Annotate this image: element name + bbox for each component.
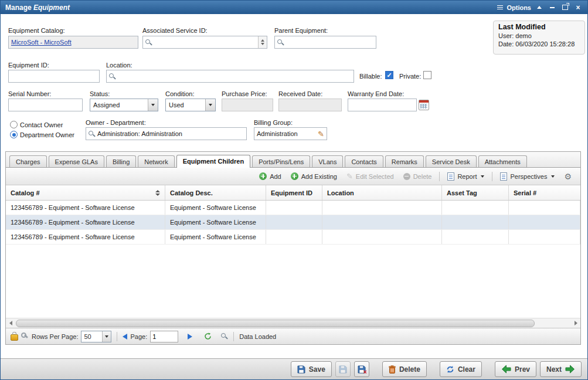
- clear-button[interactable]: Clear: [440, 361, 482, 377]
- page-title: Manage Equipment: [5, 4, 70, 12]
- department-owner-label: Department Owner: [20, 131, 74, 138]
- tab-remarks[interactable]: Remarks: [385, 155, 424, 167]
- chevron-down-icon: [148, 99, 158, 111]
- refresh-button[interactable]: [204, 333, 212, 340]
- column-header-serial[interactable]: Serial #: [509, 185, 580, 200]
- purchase-price-label: Purchase Price:: [222, 90, 267, 97]
- column-header-catalog-desc[interactable]: Catalog Desc.: [165, 185, 266, 200]
- received-date-field: [278, 99, 342, 111]
- edit-pencil-icon: ✎: [346, 172, 353, 180]
- tab-vlans[interactable]: VLans: [312, 155, 343, 167]
- warranty-end-date-input[interactable]: [351, 101, 414, 108]
- tab-contacts[interactable]: Contacts: [345, 155, 383, 167]
- condition-select[interactable]: Used: [165, 99, 216, 111]
- location-input[interactable]: [118, 73, 351, 80]
- edit-selected-button[interactable]: ✎ Edit Selected: [342, 171, 398, 182]
- save-and-new-button[interactable]: [335, 361, 351, 377]
- associated-service-id-field[interactable]: [142, 36, 267, 49]
- rows-per-page-select[interactable]: 50: [81, 331, 111, 342]
- parent-equipment-input[interactable]: [286, 39, 373, 46]
- clear-refresh-icon: [446, 365, 454, 374]
- equipment-id-field[interactable]: [8, 70, 100, 83]
- perspectives-button[interactable]: Perspectives: [496, 171, 559, 182]
- edit-pencil-icon[interactable]: ✎: [318, 130, 324, 138]
- status-select[interactable]: Assigned: [90, 99, 158, 111]
- scrollbar-thumb[interactable]: [16, 320, 535, 327]
- owner-department-value: Administration: Administration: [97, 130, 182, 137]
- associated-service-id-input[interactable]: [154, 39, 256, 46]
- close-button[interactable]: ×: [573, 4, 583, 12]
- add-existing-button[interactable]: Add Existing: [287, 171, 341, 182]
- close-x-icon: ×: [363, 369, 366, 375]
- cell-equipment-id: [266, 201, 322, 215]
- calendar-icon[interactable]: [419, 100, 429, 110]
- tab-billing[interactable]: Billing: [106, 155, 136, 167]
- tab-charges[interactable]: Charges: [9, 155, 47, 167]
- options-button[interactable]: Options: [507, 4, 531, 11]
- report-button[interactable]: Report: [443, 171, 488, 182]
- warranty-end-date-field[interactable]: [348, 99, 417, 111]
- equipment-catalog-link[interactable]: MicroSoft - MicroSoft: [11, 39, 72, 46]
- minimize-button[interactable]: [548, 4, 557, 12]
- save-button[interactable]: Save: [291, 361, 332, 377]
- previous-page-icon[interactable]: [123, 334, 127, 340]
- tab-expense-glas[interactable]: Expense GLAs: [49, 155, 104, 167]
- last-modified-date: Date: 06/03/2020 15:28:28: [498, 40, 580, 48]
- column-header-catalog[interactable]: Catalog #: [6, 185, 165, 200]
- scroll-right-button[interactable]: [571, 318, 580, 327]
- column-header-asset-tag[interactable]: Asset Tag: [442, 185, 509, 200]
- serial-number-input[interactable]: [11, 101, 80, 108]
- tab-attachments[interactable]: Attachments: [478, 155, 527, 167]
- popout-button[interactable]: [560, 4, 570, 12]
- edit-selected-button-label: Edit Selected: [356, 173, 394, 180]
- private-checkbox[interactable]: [423, 71, 431, 79]
- cell-catalog: 123456789 - Equipment - Software License: [6, 215, 165, 229]
- lock-icon[interactable]: [11, 334, 18, 341]
- collapse-button[interactable]: [535, 4, 544, 12]
- perspectives-button-label: Perspectives: [510, 173, 547, 180]
- grid-settings-button[interactable]: ⚙: [560, 171, 576, 182]
- next-button[interactable]: Next: [540, 361, 582, 377]
- contact-owner-radio[interactable]: [10, 121, 18, 128]
- tab-service-desk[interactable]: Service Desk: [426, 155, 477, 167]
- table-row[interactable]: 123456789 - Equipment - Software License…: [6, 201, 580, 215]
- tab-network[interactable]: Network: [138, 155, 174, 167]
- table-row[interactable]: 123456789 - Equipment - Software License…: [6, 230, 580, 245]
- table-row[interactable]: 123456789 - Equipment - Software License…: [6, 215, 580, 230]
- serial-number-field[interactable]: [8, 99, 83, 111]
- prev-button[interactable]: Prev: [495, 361, 536, 377]
- add-button[interactable]: Add: [255, 171, 285, 182]
- search-icon[interactable]: [221, 333, 228, 340]
- billing-group-field[interactable]: Administration ✎: [254, 127, 327, 140]
- search-icon: [145, 39, 152, 46]
- column-header-label: Catalog #: [11, 189, 40, 196]
- equipment-id-label: Equipment ID:: [8, 62, 49, 69]
- save-and-close-button[interactable]: ×: [354, 361, 369, 377]
- add-existing-button-label: Add Existing: [301, 173, 337, 180]
- minimize-icon: [550, 7, 555, 8]
- refresh-icon: [204, 333, 212, 340]
- scroll-left-button[interactable]: [6, 318, 15, 327]
- equipment-id-input[interactable]: [11, 73, 97, 80]
- owner-department-field[interactable]: Administration: Administration: [86, 127, 247, 140]
- tab-equipment-children[interactable]: Equipment Children: [176, 155, 251, 168]
- department-owner-radio[interactable]: [10, 131, 18, 138]
- location-field[interactable]: [106, 70, 354, 83]
- sort-icon[interactable]: [155, 190, 160, 196]
- next-page-icon[interactable]: [188, 334, 192, 340]
- wrench-icon[interactable]: [21, 333, 29, 340]
- cell-catalog-desc: Equipment - Software License: [165, 230, 266, 244]
- chevron-down-icon: [481, 175, 484, 178]
- delete-button[interactable]: Delete: [399, 171, 436, 182]
- horizontal-scrollbar[interactable]: [6, 318, 580, 328]
- delete-button[interactable]: Delete: [382, 361, 427, 377]
- parent-equipment-field[interactable]: [274, 36, 376, 49]
- tab-ports-pins-lens[interactable]: Ports/Pins/Lens: [252, 155, 310, 167]
- billable-checkbox[interactable]: ✓: [385, 71, 393, 79]
- page-input[interactable]: [150, 331, 178, 342]
- lookup-spinner-button[interactable]: [258, 36, 267, 48]
- column-header-location[interactable]: Location: [322, 185, 442, 200]
- grid-toolbar: Add Add Existing ✎ Edit Selected Delete …: [6, 168, 580, 185]
- column-header-equipment-id[interactable]: Equipment ID: [266, 185, 322, 200]
- report-button-label: Report: [457, 173, 477, 180]
